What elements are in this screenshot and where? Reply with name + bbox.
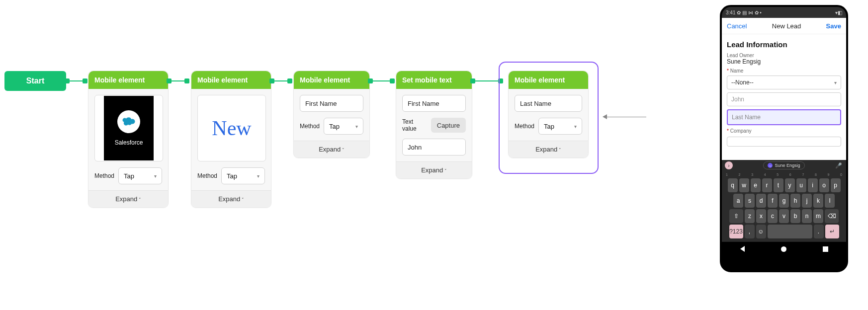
- key-,[interactable]: ,: [745, 225, 755, 238]
- suggestion-chip[interactable]: ☺ Sune Engsig: [763, 161, 804, 169]
- expand-button[interactable]: Expand ˅: [88, 190, 168, 207]
- expand-label: Expand: [319, 146, 341, 153]
- salesforce-app-tile: Salesforce: [104, 96, 154, 160]
- start-node[interactable]: Start: [4, 71, 66, 91]
- method-select[interactable]: Tap ▾: [221, 167, 265, 184]
- key-f[interactable]: f: [768, 194, 778, 208]
- method-select[interactable]: Tap ▾: [538, 118, 582, 135]
- chevron-down-icon: ▾: [257, 173, 260, 179]
- node-title: Mobile element: [294, 71, 369, 89]
- port: [470, 78, 475, 83]
- method-label: Method: [300, 123, 320, 130]
- key- [interactable]: [768, 225, 812, 238]
- chevron-down-icon: ▾: [154, 173, 157, 179]
- cancel-button[interactable]: Cancel: [727, 22, 747, 30]
- salutation-value: --None--: [731, 79, 754, 86]
- save-button[interactable]: Save: [826, 22, 841, 30]
- connector: [373, 80, 391, 81]
- expand-button[interactable]: Expand ˅: [294, 141, 369, 157]
- start-label: Start: [26, 77, 44, 85]
- node-title: Mobile element: [509, 71, 588, 89]
- key-?123[interactable]: ?123: [729, 225, 743, 238]
- chevron-down-icon: ▾: [355, 124, 358, 129]
- key-t[interactable]: t: [774, 178, 783, 192]
- key-.[interactable]: .: [814, 225, 824, 238]
- key-y[interactable]: y: [785, 178, 795, 192]
- key-⇧[interactable]: ⇧: [729, 209, 743, 223]
- port: [269, 78, 274, 83]
- connector: [70, 80, 84, 81]
- key-w[interactable]: w: [739, 178, 749, 192]
- screen-title: New Lead: [772, 22, 801, 30]
- key-z[interactable]: z: [745, 209, 755, 223]
- node-mobile-element-2[interactable]: Mobile element New Method Tap ▾ Expand ˅: [191, 71, 271, 208]
- method-row: Method Tap ▾: [197, 167, 265, 184]
- key-h[interactable]: h: [790, 194, 800, 208]
- key-j[interactable]: j: [802, 194, 812, 208]
- port: [498, 78, 503, 83]
- key-↵[interactable]: ↵: [825, 225, 839, 238]
- key-q[interactable]: q: [728, 178, 738, 192]
- method-label: Method: [94, 172, 114, 179]
- mic-icon[interactable]: 🎤: [835, 162, 842, 169]
- method-row: Method Tap ▾: [515, 118, 582, 135]
- status-left-icons: ✿ ▤ ⋈ ✿ •: [737, 10, 762, 15]
- suggestion-expand-icon[interactable]: ›: [725, 161, 733, 169]
- key-x[interactable]: x: [756, 209, 766, 223]
- node-mobile-element-3[interactable]: Mobile element Method Tap ▾ Expand ˅: [293, 71, 370, 158]
- key-o[interactable]: o: [819, 178, 829, 192]
- expand-label: Expand: [421, 166, 443, 174]
- key-⌫[interactable]: ⌫: [825, 209, 839, 223]
- method-select[interactable]: Tap ▾: [324, 118, 363, 135]
- key-s[interactable]: s: [745, 194, 755, 208]
- capture-button[interactable]: Capture: [431, 118, 466, 133]
- expand-label: Expand: [115, 195, 137, 203]
- key-r[interactable]: r: [762, 178, 772, 192]
- target-element-field[interactable]: [515, 95, 582, 112]
- key-c[interactable]: c: [768, 209, 778, 223]
- key-e[interactable]: e: [751, 178, 761, 192]
- key-k[interactable]: k: [813, 194, 823, 208]
- last-name-field[interactable]: Last Name: [727, 109, 841, 125]
- port: [184, 78, 189, 83]
- key-i[interactable]: i: [808, 178, 818, 192]
- key-a[interactable]: a: [733, 194, 743, 208]
- key-d[interactable]: d: [756, 194, 766, 208]
- key-u[interactable]: u: [796, 178, 806, 192]
- phone-form: Lead Information Lead Owner Sune Engsig …: [722, 34, 846, 160]
- method-row: Method Tap ▾: [94, 167, 162, 184]
- key-n[interactable]: n: [802, 209, 812, 223]
- nav-back-icon[interactable]: [740, 246, 745, 252]
- phone-nav-bar: [722, 241, 846, 256]
- key-m[interactable]: m: [813, 209, 823, 223]
- lead-owner-value: Sune Engsig: [727, 58, 841, 65]
- first-name-field[interactable]: John: [727, 92, 841, 106]
- key-g[interactable]: g: [779, 194, 789, 208]
- nav-recent-icon[interactable]: [823, 246, 828, 252]
- expand-button[interactable]: Expand ˅: [191, 190, 271, 207]
- key-☺[interactable]: ☺: [756, 225, 766, 238]
- key-v[interactable]: v: [779, 209, 789, 223]
- port: [287, 78, 292, 83]
- method-select[interactable]: Tap ▾: [118, 167, 162, 184]
- expand-button[interactable]: Expand ˅: [509, 141, 588, 157]
- method-value: Tap: [544, 123, 554, 130]
- node-mobile-element-5[interactable]: Mobile element Method Tap ▾ Expand ˅: [508, 71, 589, 158]
- key-p[interactable]: p: [831, 178, 841, 192]
- phone-status-bar: 3:41 ✿ ▤ ⋈ ✿ • ▾◧: [722, 7, 846, 18]
- status-time: 3:41: [726, 10, 735, 15]
- nav-home-icon[interactable]: [781, 246, 786, 252]
- company-field[interactable]: [727, 137, 841, 147]
- salutation-select[interactable]: --None-- ▾: [727, 76, 841, 89]
- port: [83, 78, 87, 83]
- expand-button[interactable]: Expand ˅: [396, 161, 472, 178]
- key-l[interactable]: l: [825, 194, 835, 208]
- target-element-field[interactable]: [300, 95, 363, 112]
- suggestion-avatar-icon: ☺: [768, 163, 773, 168]
- node-set-mobile-text[interactable]: Set mobile text Text value Capture Expan…: [396, 71, 472, 179]
- expand-label: Expand: [218, 195, 240, 203]
- node-mobile-element-1[interactable]: Mobile element Salesforce Method Tap ▾ E…: [88, 71, 169, 208]
- target-element-field[interactable]: [402, 95, 466, 112]
- text-value-input[interactable]: [402, 139, 466, 155]
- key-b[interactable]: b: [790, 209, 800, 223]
